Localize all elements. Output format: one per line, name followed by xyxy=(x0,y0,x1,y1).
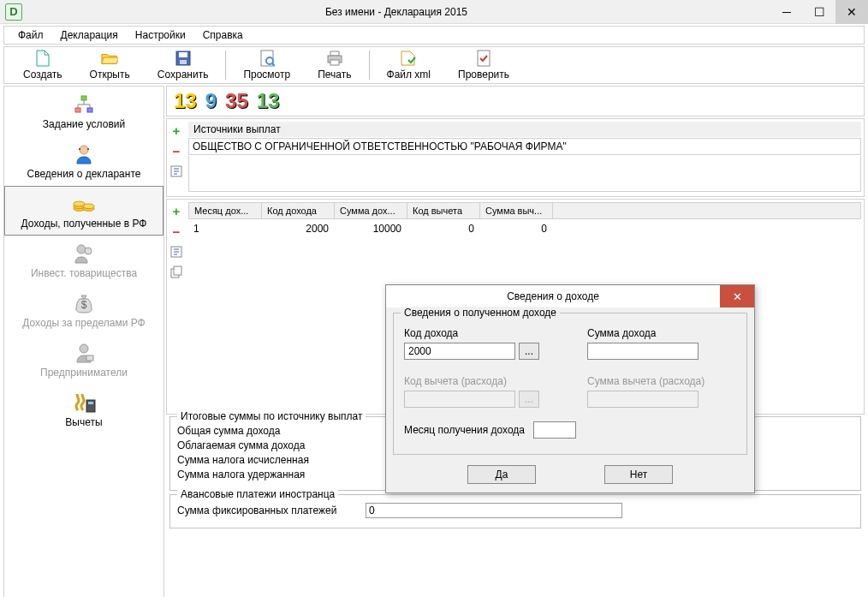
td-dsum: 0 xyxy=(479,221,552,236)
rate-35[interactable]: 35 xyxy=(223,89,250,113)
rate-9[interactable]: 9 xyxy=(204,89,218,113)
income-table-header: Месяц дох... Код дохода Сумма дох... Код… xyxy=(188,202,861,219)
dialog-cancel-button[interactable]: Нет xyxy=(604,465,673,484)
titlebar: D Без имени - Декларация 2015 ─ ☐ ✕ xyxy=(0,0,868,24)
income-month-label: Месяц получения дохода xyxy=(404,424,525,436)
deductions-icon xyxy=(72,391,96,415)
print-label: Печать xyxy=(318,69,351,81)
income-code-lookup-button[interactable]: ... xyxy=(519,343,539,360)
rate-13-green[interactable]: 13 xyxy=(255,89,282,113)
check-icon xyxy=(475,50,492,67)
print-icon xyxy=(326,50,343,67)
dialog-close-button[interactable]: ✕ xyxy=(720,285,754,307)
income-table-row[interactable]: 1 2000 10000 0 0 xyxy=(188,219,861,238)
entrepreneur-icon xyxy=(72,341,96,365)
income-sum-input[interactable] xyxy=(587,343,699,360)
th-dsum[interactable]: Сумма выч... xyxy=(480,203,553,218)
source-item[interactable]: ОБЩЕСТВО С ОГРАНИЧЕННОЙ ОТВЕТСТВЕННОСТЬЮ… xyxy=(188,138,861,155)
sources-empty-area xyxy=(188,156,861,192)
svg-point-20 xyxy=(83,204,94,209)
maximize-button[interactable]: ☐ xyxy=(803,0,835,24)
new-file-icon xyxy=(34,50,51,67)
sidebar-label: Сведения о декларанте xyxy=(27,168,141,180)
sidebar-item-invest[interactable]: Инвест. товарищества xyxy=(4,236,163,285)
edit-income-button[interactable] xyxy=(169,244,184,260)
sidebar-item-conditions[interactable]: Задание условий xyxy=(4,87,163,136)
fixed-payments-label: Сумма фиксированных платежей xyxy=(177,504,366,516)
sidebar-item-declarant[interactable]: Сведения о декларанте xyxy=(4,136,163,186)
menu-file[interactable]: Файл xyxy=(11,27,51,43)
sidebar-item-income-rf[interactable]: Доходы, полученные в РФ xyxy=(4,186,163,236)
preview-button[interactable]: Просмотр xyxy=(235,49,299,81)
th-sum[interactable]: Сумма дох... xyxy=(335,203,407,218)
menu-help[interactable]: Справка xyxy=(196,27,250,43)
deduction-sum-input xyxy=(587,391,699,408)
rate-13-yellow[interactable]: 13 xyxy=(172,89,199,113)
tax-calc-label: Сумма налога исчисленная xyxy=(177,454,348,466)
svg-point-22 xyxy=(85,248,92,254)
sidebar-label: Инвест. товарищества xyxy=(31,267,137,279)
sources-pane: + − Источники выплат ОБЩЕСТВО С ОГРАНИЧЕ… xyxy=(166,118,865,197)
file-xml-icon xyxy=(400,50,417,67)
advance-fieldset: Авансовые платежи иностранца Сумма фикси… xyxy=(169,494,861,528)
th-dcode[interactable]: Код вычета xyxy=(407,203,480,218)
app-icon: D xyxy=(5,3,22,21)
income-code-input[interactable] xyxy=(404,343,515,360)
income-code-label: Код дохода xyxy=(404,327,553,339)
add-source-button[interactable]: + xyxy=(169,122,184,138)
preview-label: Просмотр xyxy=(243,69,290,81)
close-button[interactable]: ✕ xyxy=(835,0,868,24)
dialog-title: Сведения о доходе xyxy=(386,290,720,302)
open-button[interactable]: Открыть xyxy=(81,49,139,81)
sidebar-label: Предприниматели xyxy=(40,367,128,379)
menu-settings[interactable]: Настройки xyxy=(128,27,193,43)
toolbar-separator xyxy=(225,51,226,80)
svg-rect-31 xyxy=(174,266,181,275)
sidebar-label: Доходы, полученные в РФ xyxy=(21,218,147,230)
edit-source-button[interactable] xyxy=(169,164,184,179)
sidebar-item-entrepreneur[interactable]: Предприниматели xyxy=(4,335,163,385)
income-month-input[interactable] xyxy=(533,421,576,439)
svg-rect-27 xyxy=(88,402,93,404)
sidebar-label: Вычеты xyxy=(65,416,102,428)
svg-rect-1 xyxy=(179,52,187,57)
deduction-code-lookup-button: ... xyxy=(519,391,539,408)
add-income-button[interactable]: + xyxy=(169,203,184,218)
sidebar-item-deductions[interactable]: Вычеты xyxy=(4,385,163,434)
menu-declaration[interactable]: Декларация xyxy=(54,27,125,43)
fixed-payments-input[interactable] xyxy=(366,503,622,518)
dialog-ok-button[interactable]: Да xyxy=(467,465,536,484)
sidebar-item-income-abroad[interactable]: $ Доходы за пределами РФ xyxy=(4,285,163,335)
svg-point-21 xyxy=(77,245,86,254)
remove-income-button[interactable]: − xyxy=(169,224,184,239)
income-dialog: Сведения о доходе ✕ Сведения о полученно… xyxy=(385,284,755,493)
print-button[interactable]: Печать xyxy=(309,49,360,81)
svg-point-14 xyxy=(79,148,80,150)
td-dcode: 0 xyxy=(407,221,479,236)
save-button[interactable]: Сохранить xyxy=(149,49,217,81)
sidebar-label: Задание условий xyxy=(43,118,125,130)
total-income-label: Общая сумма дохода xyxy=(177,425,348,437)
preview-icon xyxy=(259,50,276,67)
copy-income-button[interactable] xyxy=(169,265,184,280)
th-code[interactable]: Код дохода xyxy=(262,203,335,218)
svg-point-24 xyxy=(80,344,88,353)
save-label: Сохранить xyxy=(158,69,209,81)
conditions-icon xyxy=(72,93,96,116)
check-button[interactable]: Проверить xyxy=(449,49,518,81)
minimize-button[interactable]: ─ xyxy=(770,0,803,24)
deduction-code-input xyxy=(404,391,515,408)
money-bag-icon: $ xyxy=(72,291,96,315)
save-icon xyxy=(175,50,192,67)
create-button[interactable]: Создать xyxy=(15,49,71,81)
svg-rect-6 xyxy=(330,51,339,56)
coins-icon xyxy=(72,192,96,216)
deduction-sum-label: Сумма вычета (расхода) xyxy=(587,375,736,387)
folder-open-icon xyxy=(101,50,118,67)
td-code: 2000 xyxy=(261,221,334,236)
filexml-button[interactable]: Файл xml xyxy=(378,49,440,81)
th-month[interactable]: Месяц дох... xyxy=(189,203,262,218)
check-label: Проверить xyxy=(458,69,509,81)
sidebar-label: Доходы за пределами РФ xyxy=(22,317,145,329)
remove-source-button[interactable]: − xyxy=(169,143,184,158)
